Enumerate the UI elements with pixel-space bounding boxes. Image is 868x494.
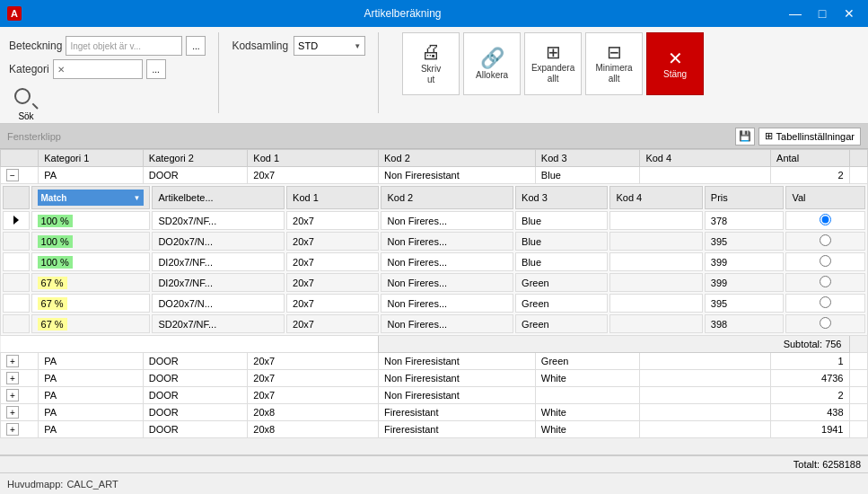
inner-kod3-header[interactable]: Kod 3 bbox=[515, 186, 608, 209]
inner-kod1-cell: 20x7 bbox=[286, 314, 379, 333]
expand-button[interactable]: + bbox=[6, 372, 19, 384]
data-table-container[interactable]: Kategori 1 Kategori 2 Kod 1 Kod 2 Kod 3 … bbox=[0, 149, 868, 455]
inner-kod2-cell: Non Fireres... bbox=[381, 314, 513, 333]
kategori-dots-button[interactable]: ... bbox=[146, 59, 166, 79]
kat1-header[interactable]: Kategori 1 bbox=[39, 150, 144, 167]
inner-val-header[interactable]: Val bbox=[785, 186, 865, 209]
inner-kod1-cell: 20x7 bbox=[286, 273, 379, 292]
val-radio[interactable] bbox=[820, 255, 831, 267]
inner-table-row: 67 %DI20x7/NF...20x7Non Fireres...Green3… bbox=[3, 273, 865, 292]
skriv-ut-button[interactable]: 🖨 Skrivut bbox=[402, 32, 460, 95]
inner-kod3-cell: Blue bbox=[515, 232, 608, 251]
expand-col-header bbox=[1, 150, 39, 167]
row-selector-cell bbox=[3, 252, 30, 271]
scroll-col-header bbox=[849, 150, 868, 167]
save-icon-button[interactable]: 💾 bbox=[735, 128, 755, 146]
inner-kod1-header[interactable]: Kod 1 bbox=[286, 186, 379, 209]
inner-kod4-cell bbox=[609, 273, 702, 292]
inner-kod4-header[interactable]: Kod 4 bbox=[609, 186, 702, 209]
inner-table-wrapper: Match ▼ Artikelbete... Kod 1 Kod 2 Kod 3 bbox=[1, 184, 867, 335]
val-radio[interactable] bbox=[820, 317, 831, 329]
antal-header[interactable]: Antal bbox=[771, 150, 849, 167]
beteckning-input[interactable]: Inget objekt är v... bbox=[66, 36, 182, 56]
clear-icon[interactable]: ✕ bbox=[57, 65, 65, 75]
row-selector-arrow bbox=[13, 216, 19, 225]
val-cell[interactable] bbox=[785, 211, 865, 230]
collapse-button[interactable]: − bbox=[6, 169, 19, 181]
expand-cell[interactable]: + bbox=[1, 370, 39, 387]
match-pct-cell: 100 % bbox=[31, 232, 151, 251]
expand-icon: ⊞ bbox=[546, 43, 561, 61]
expand-button[interactable]: + bbox=[6, 355, 19, 367]
kod1-header[interactable]: Kod 1 bbox=[248, 150, 379, 167]
inner-table-row: 67 %DO20x7/N...20x7Non Fireres...Green39… bbox=[3, 294, 865, 313]
artikel-cell: SD20x7/NF... bbox=[152, 314, 285, 333]
expand-button[interactable]: + bbox=[6, 406, 19, 419]
tabellen-button[interactable]: ⊞ Tabellinställningar bbox=[758, 128, 861, 146]
inner-kod2-header[interactable]: Kod 2 bbox=[381, 186, 513, 209]
val-cell[interactable] bbox=[785, 314, 865, 333]
maximize-button[interactable]: □ bbox=[811, 4, 834, 22]
minimize-button[interactable]: — bbox=[784, 4, 807, 22]
inner-table: Match ▼ Artikelbete... Kod 1 Kod 2 Kod 3 bbox=[1, 184, 867, 335]
expand-cell[interactable]: + bbox=[1, 353, 39, 370]
table-row: − PA DOOR 20x7 Non Fireresistant Blue 2 bbox=[1, 167, 868, 184]
kategori-input[interactable]: ✕ bbox=[53, 59, 143, 79]
expand-button[interactable]: + bbox=[6, 389, 19, 401]
subtotal-cell: Subtotal: 756 bbox=[379, 336, 849, 353]
close-ribbon-icon: ✕ bbox=[668, 49, 683, 67]
inner-kod4-cell bbox=[609, 252, 702, 271]
fensterklipp-buttons: 💾 ⊞ Tabellinställningar bbox=[735, 128, 861, 146]
artikel-cell: SD20x7/NF... bbox=[152, 211, 285, 230]
expandera-allt-button[interactable]: ⊞ Expanderaallt bbox=[524, 32, 582, 95]
expand-button[interactable]: + bbox=[6, 423, 19, 436]
inner-kod2-cell: Non Fireres... bbox=[381, 252, 513, 271]
kategori-label: Kategori bbox=[9, 63, 49, 75]
val-cell[interactable] bbox=[785, 273, 865, 292]
val-cell[interactable] bbox=[785, 294, 865, 313]
expand-cell[interactable]: − bbox=[1, 167, 39, 184]
beteckning-dots-button[interactable]: ... bbox=[186, 36, 206, 56]
kod2-cell: Non Fireresistant bbox=[379, 167, 536, 184]
expand-cell[interactable]: + bbox=[1, 404, 39, 421]
inner-header-row: Match ▼ Artikelbete... Kod 1 Kod 2 Kod 3 bbox=[3, 186, 865, 209]
ribbon-buttons: 🖨 Skrivut 🔗 Allokera ⊞ Expanderaallt ⊟ M… bbox=[402, 32, 704, 95]
val-radio[interactable] bbox=[820, 296, 831, 308]
expand-cell[interactable]: + bbox=[1, 421, 39, 438]
artikel-cell: DO20x7/N... bbox=[152, 232, 285, 251]
kodsamling-select[interactable]: STD ▼ bbox=[294, 36, 365, 56]
val-cell[interactable] bbox=[785, 232, 865, 251]
inner-pris-header[interactable]: Pris bbox=[705, 186, 785, 209]
search-button[interactable]: Sök bbox=[9, 86, 43, 123]
pris-cell: 399 bbox=[705, 252, 785, 271]
kat2-header[interactable]: Kategori 2 bbox=[143, 150, 248, 167]
match-pct-cell: 67 % bbox=[31, 314, 151, 333]
row-selector-cell bbox=[3, 294, 30, 313]
row-selector-cell bbox=[3, 232, 30, 251]
minimera-allt-button[interactable]: ⊟ Minimeraallt bbox=[585, 32, 643, 95]
close-button[interactable]: ✕ bbox=[837, 4, 861, 22]
val-radio[interactable] bbox=[820, 214, 831, 225]
val-cell[interactable] bbox=[785, 252, 865, 271]
kod2-header[interactable]: Kod 2 bbox=[379, 150, 536, 167]
pris-cell: 398 bbox=[705, 314, 785, 333]
inner-artikel-header[interactable]: Artikelbete... bbox=[152, 186, 285, 209]
kat2-cell: DOOR bbox=[143, 167, 248, 184]
pris-cell: 395 bbox=[705, 232, 785, 251]
table-row: + PADOOR20x8 FireresistantWhite 1941 bbox=[1, 421, 868, 438]
expand-cell[interactable]: + bbox=[1, 387, 39, 404]
pris-cell: 378 bbox=[705, 211, 785, 230]
beteckning-label: Beteckning bbox=[9, 40, 62, 52]
match-header-cell[interactable]: Match ▼ bbox=[38, 190, 145, 206]
kat1-cell: PA bbox=[39, 167, 144, 184]
search-handle bbox=[32, 103, 39, 110]
val-radio[interactable] bbox=[820, 234, 831, 246]
allokera-button[interactable]: 🔗 Allokera bbox=[463, 32, 521, 95]
val-radio[interactable] bbox=[820, 276, 831, 287]
stang-button[interactable]: ✕ Stäng bbox=[646, 32, 704, 95]
inner-match-header[interactable]: Match ▼ bbox=[31, 186, 151, 209]
total-label: Totalt: 6258188 bbox=[793, 459, 861, 470]
kod4-header[interactable]: Kod 4 bbox=[640, 150, 771, 167]
kod3-header[interactable]: Kod 3 bbox=[535, 150, 640, 167]
title-bar: A Artikelberäkning — □ ✕ bbox=[0, 0, 868, 27]
